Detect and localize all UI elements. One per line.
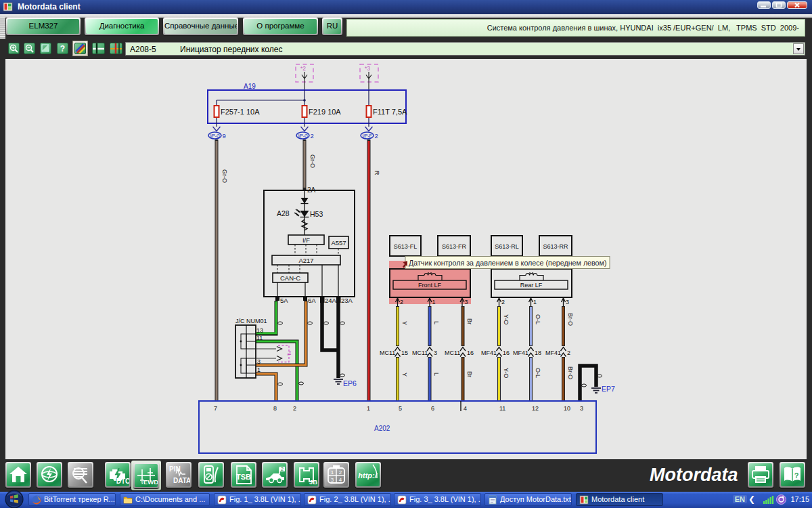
- svg-text:Y: Y: [401, 373, 408, 377]
- svg-text:O-L: O-L: [535, 314, 541, 324]
- svg-text:Front LF: Front LF: [418, 282, 442, 289]
- svg-text:CAN-C: CAN-C: [280, 274, 300, 282]
- svg-text:A557: A557: [331, 239, 346, 247]
- svg-text:7: 7: [214, 405, 217, 412]
- svg-text:1: 1: [432, 299, 436, 305]
- svg-text:3: 3: [566, 299, 569, 305]
- svg-text:S613-FL: S613-FL: [394, 243, 418, 250]
- svg-text:12: 12: [532, 405, 539, 412]
- svg-text:4: 4: [464, 405, 467, 412]
- svg-text:EP6: EP6: [343, 379, 357, 387]
- svg-text:DATA: DATA: [173, 477, 190, 484]
- svg-text:Y: Y: [401, 321, 408, 325]
- svg-text:3: 3: [465, 299, 468, 305]
- svg-text:1: 1: [367, 405, 370, 412]
- svg-text:1: 1: [331, 469, 334, 475]
- svg-text:4: 4: [339, 477, 342, 483]
- svg-text:L: L: [433, 321, 440, 324]
- svg-text:Br-O: Br-O: [567, 313, 574, 326]
- svg-text:DTC: DTC: [116, 478, 129, 485]
- svg-text:1: 1: [533, 299, 537, 305]
- svg-text:5: 5: [399, 405, 402, 412]
- svg-text:I/P-G: I/P-G: [210, 133, 220, 138]
- svg-text:3: 3: [434, 350, 437, 356]
- svg-text:11: 11: [256, 335, 263, 341]
- svg-text:R: R: [374, 171, 380, 175]
- svg-text:EP7: EP7: [602, 385, 615, 393]
- svg-text:I/P-F: I/P-F: [362, 133, 371, 138]
- svg-text:Датчик контроля за давлением в: Датчик контроля за давлением в колесе (п…: [409, 259, 606, 267]
- svg-text:Gr-O: Gr-O: [309, 154, 316, 168]
- svg-text:MF41: MF41: [545, 350, 561, 356]
- svg-text:3: 3: [580, 405, 583, 412]
- svg-text:2: 2: [567, 350, 570, 356]
- svg-text:I/F: I/F: [302, 236, 310, 244]
- svg-text:Y-O: Y-O: [503, 368, 510, 378]
- svg-text:Gr-O: Gr-O: [221, 169, 228, 183]
- svg-text:2: 2: [375, 132, 378, 140]
- svg-text:MF41: MF41: [481, 350, 497, 356]
- svg-text:Y-O: Y-O: [503, 314, 510, 324]
- svg-text:MC11: MC11: [380, 350, 395, 356]
- svg-text:15: 15: [401, 350, 408, 356]
- svg-text:A217: A217: [298, 257, 313, 264]
- svg-text:16: 16: [467, 350, 474, 356]
- svg-text:J/C NUM01: J/C NUM01: [235, 318, 267, 324]
- svg-text:18: 18: [535, 350, 541, 356]
- svg-text:MC11: MC11: [445, 350, 460, 356]
- svg-text:MC11: MC11: [412, 350, 428, 356]
- svg-text:JB: JB: [309, 478, 317, 486]
- svg-text:23A: 23A: [341, 297, 353, 304]
- svg-text:2: 2: [400, 299, 403, 305]
- svg-text:A28: A28: [277, 209, 290, 217]
- svg-text:2: 2: [339, 469, 342, 475]
- svg-text:Br-O: Br-O: [567, 366, 574, 379]
- svg-text:9: 9: [223, 132, 226, 140]
- svg-text:8: 8: [273, 405, 277, 412]
- svg-text:O-L: O-L: [535, 368, 541, 378]
- svg-text:*1: *1: [286, 351, 292, 356]
- svg-text:?: ?: [794, 471, 799, 480]
- svg-text:6: 6: [431, 405, 434, 412]
- svg-text:3: 3: [257, 358, 261, 365]
- svg-text:EWD: EWD: [143, 478, 158, 486]
- svg-text:F219 10A: F219 10A: [309, 108, 341, 116]
- svg-text:F257-1 10A: F257-1 10A: [221, 108, 260, 116]
- svg-text:F11T 7,5A: F11T 7,5A: [373, 108, 407, 116]
- svg-text:S613-FR: S613-FR: [442, 243, 467, 250]
- svg-text:1: 1: [257, 366, 261, 373]
- svg-text:24A: 24A: [325, 297, 337, 304]
- svg-text:MF41: MF41: [513, 350, 528, 356]
- svg-text:2: 2: [311, 132, 314, 140]
- svg-text:13: 13: [256, 327, 263, 334]
- svg-text:Rear LF: Rear LF: [520, 282, 543, 289]
- svg-text:2: 2: [281, 467, 284, 471]
- svg-text:2: 2: [293, 405, 296, 412]
- svg-text:*3: *3: [365, 65, 370, 72]
- svg-text:11: 11: [499, 405, 505, 412]
- svg-text:10: 10: [564, 405, 570, 412]
- svg-text:Br: Br: [466, 371, 473, 377]
- svg-text:6A: 6A: [308, 297, 316, 304]
- svg-text:5A: 5A: [280, 297, 288, 304]
- svg-text:2: 2: [501, 299, 505, 305]
- svg-text:H53: H53: [310, 210, 323, 218]
- svg-text:http:/: http:/: [358, 471, 378, 480]
- svg-text:I/P-G: I/P-G: [298, 133, 308, 138]
- svg-text:?: ?: [60, 44, 65, 54]
- svg-text:S613-RL: S613-RL: [495, 243, 519, 250]
- svg-text:3: 3: [331, 477, 334, 483]
- svg-text:L: L: [433, 373, 440, 376]
- svg-text:*2: *2: [300, 65, 306, 72]
- svg-text:S613-RR: S613-RR: [543, 243, 568, 250]
- svg-text:16: 16: [503, 350, 510, 356]
- svg-text:Br: Br: [466, 318, 473, 324]
- svg-text:A19: A19: [244, 83, 256, 90]
- svg-text:TSB: TSB: [236, 473, 251, 481]
- svg-text:A202: A202: [374, 425, 390, 432]
